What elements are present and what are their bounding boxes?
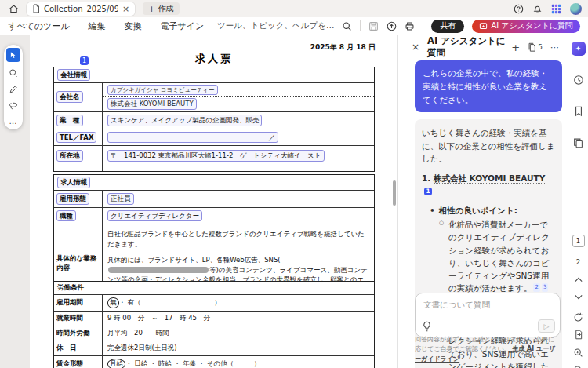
- menu-all-tools[interactable]: すべてのツール: [8, 20, 70, 32]
- current-page-indicator[interactable]: 1: [568, 235, 588, 247]
- telfax-field[interactable]: ／: [107, 132, 278, 144]
- ai-disclaimer: 回答内容が必ずしも正確とは限りません。必要に応じてご自身でご確認ください。 生成…: [415, 335, 561, 364]
- table-header: 会社情報: [54, 67, 374, 82]
- suggestions-lightbulb-icon[interactable]: [422, 321, 432, 332]
- table-header: 求人情報: [54, 175, 374, 190]
- quick-tools-panel: …: [4, 45, 23, 129]
- ai-assistant-button[interactable]: AI アシスタントに質問: [472, 20, 580, 33]
- menu-convert[interactable]: 変換: [125, 20, 142, 32]
- bookmarks-button[interactable]: [568, 106, 588, 117]
- ai-panel-title: AI アシスタントに質問: [427, 35, 511, 59]
- right-tool-rail: ✦ 1 2: [568, 35, 588, 368]
- menu-esign[interactable]: 電子サイン: [161, 20, 205, 32]
- table-header: 労働条件: [54, 282, 374, 294]
- lasso-tool-button[interactable]: [7, 100, 20, 111]
- company-info-table: 会社情報 会社名 カブシキガイシャ コヨミビューティー 株式会社 KOYOMI …: [53, 67, 375, 172]
- table-row: 会社名 カブシキガイシャ コヨミビューティー 株式会社 KOYOMI BEAUT…: [54, 82, 374, 111]
- history-button[interactable]: [568, 75, 588, 86]
- annotate-pen-button[interactable]: [7, 84, 20, 95]
- field-label: 賃金形態: [54, 356, 103, 368]
- company-link[interactable]: 株式会社 KOYOMI BEAUTY: [434, 173, 545, 184]
- overflow-menu-icon[interactable]: ⋯: [550, 42, 560, 53]
- field-label: TEL／FAX: [56, 132, 96, 144]
- title-bar: Collection_2025/09/03... × + 作成: [0, 0, 588, 17]
- send-button[interactable]: ▷: [538, 319, 555, 333]
- zoom-in-button[interactable]: [568, 348, 588, 358]
- duties-paragraph: 自社化粧品ブランドを中心とした複数ブランドのクリエイティブ戦略を統括していただき…: [107, 229, 369, 250]
- plus-icon: +: [148, 5, 154, 13]
- share-button[interactable]: 共有: [431, 20, 464, 33]
- divider: [423, 20, 423, 31]
- new-chat-icon[interactable]: +: [511, 42, 520, 53]
- company-name-field[interactable]: 株式会社 KOYOMI BEAUTY: [107, 98, 197, 110]
- page-up-button[interactable]: [568, 277, 588, 282]
- page-down-button[interactable]: [568, 294, 588, 300]
- question-input-box: ▷: [415, 293, 561, 337]
- employment-type-field[interactable]: 正社員: [107, 193, 134, 205]
- user-avatar[interactable]: [570, 3, 582, 15]
- help-icon[interactable]: [514, 4, 524, 14]
- table-row: 雇用形態 正社員: [54, 190, 374, 207]
- job-title-field[interactable]: クリエイティブディレクター: [107, 210, 202, 222]
- print-icon[interactable]: [405, 21, 415, 31]
- pages-button[interactable]: [568, 137, 588, 148]
- select-tool-button[interactable]: [6, 48, 20, 62]
- field-label: 会社名: [56, 91, 83, 103]
- table-row: 賃金形態 月給・ 日給 ・ 時給 ・ 年俸 ・ その他（ ）: [54, 355, 374, 368]
- export-page-button[interactable]: [568, 330, 588, 340]
- redaction-bar: [108, 267, 209, 273]
- table-row: 就業時間 9 時 00 分 ～ 17 時 45 分: [54, 311, 374, 326]
- document-count[interactable]: 5: [528, 42, 543, 52]
- circled-option: 月給: [107, 359, 125, 368]
- close-icon[interactable]: ×: [412, 42, 419, 53]
- document-icon: [32, 4, 40, 13]
- points-header: 相性の良いポイント:: [422, 204, 555, 217]
- document-viewer: … 2025年 8 月 18 日 求人票 1 会社情報 会社名 カブシキガイシャ…: [0, 35, 397, 368]
- table-row: 職種 クリエイティブディレクター: [54, 207, 374, 224]
- address-field[interactable]: 〒 141-0032 東京都品川区大崎1-11-2 ゲートシティ大崎イースト: [107, 150, 325, 162]
- app-grid-icon[interactable]: [551, 4, 561, 14]
- next-page-indicator[interactable]: 2: [568, 258, 588, 266]
- save-icon[interactable]: [368, 21, 379, 31]
- table-row: 業 種 スキンケア、メイクアップ製品の企画開発、販売: [54, 111, 374, 129]
- citation-badge[interactable]: 1: [424, 188, 432, 195]
- field-label: 所在地: [56, 150, 83, 162]
- field-label: 休 日: [54, 341, 103, 355]
- ai-assistant-rail-button[interactable]: ✦: [568, 42, 588, 56]
- menu-edit[interactable]: 編集: [89, 20, 106, 32]
- response-company-heading: 1. 株式会社 KOYOMI BEAUTY1: [422, 172, 555, 198]
- work-conditions-table: 労働条件 雇用期間 無・ 有（ ） 就業時間 9 時 00 分 ～ 17 時 4…: [53, 281, 375, 368]
- create-button[interactable]: + 作成: [143, 2, 179, 15]
- notifications-icon[interactable]: [532, 4, 543, 14]
- zoom-tool-button[interactable]: [7, 67, 20, 78]
- industry-field[interactable]: スキンケア、メイクアップ製品の企画開発、販売: [107, 115, 262, 126]
- divider: [360, 20, 361, 31]
- upload-cloud-icon[interactable]: [387, 21, 397, 31]
- citation-ref[interactable]: 3: [542, 283, 548, 292]
- company-kana-field[interactable]: カブシキガイシャ コヨミビューティー: [107, 85, 218, 95]
- field-label: 業 種: [56, 115, 83, 126]
- citation-ref[interactable]: 2: [533, 283, 539, 292]
- ai-chat-icon: [479, 22, 488, 31]
- table-row: 時間外労働 月平均 20 時間: [54, 326, 374, 341]
- document-scrollbar[interactable]: [393, 180, 396, 206]
- home-icon[interactable]: [6, 2, 20, 16]
- more-tools-button[interactable]: …: [9, 117, 18, 126]
- zoom-out-button[interactable]: [568, 365, 588, 368]
- search-hint[interactable]: ツール、トピック、ヘルプを…: [217, 20, 334, 31]
- response-point: 化粧品や消費財メーカーでのクリエイティブディレクション経験が求められており、いち…: [422, 218, 555, 295]
- tab-close-icon[interactable]: ×: [122, 5, 129, 13]
- circled-option: 無: [107, 297, 119, 308]
- field-label: 雇用期間: [54, 295, 103, 311]
- company-name-cell: 株式会社 KOYOMI BEAUTY: [103, 97, 374, 111]
- table-row: 雇用期間 無・ 有（ ）: [54, 294, 374, 311]
- ai-panel-header: × AI アシスタントに質問 + 5 ⋯: [398, 35, 568, 59]
- table-row: 所在地 〒 141-0032 東京都品川区大崎1-11-2 ゲートシティ大崎イー…: [54, 145, 374, 166]
- field-label: 雇用形態: [56, 193, 89, 205]
- field-label: 時間外労働: [54, 326, 103, 341]
- document-tab[interactable]: Collection_2025/09/03... ×: [27, 2, 135, 16]
- rotate-page-button[interactable]: [568, 312, 588, 322]
- question-input[interactable]: [416, 293, 560, 317]
- search-icon[interactable]: [342, 21, 352, 31]
- citation-marker-badge[interactable]: 1: [80, 56, 89, 65]
